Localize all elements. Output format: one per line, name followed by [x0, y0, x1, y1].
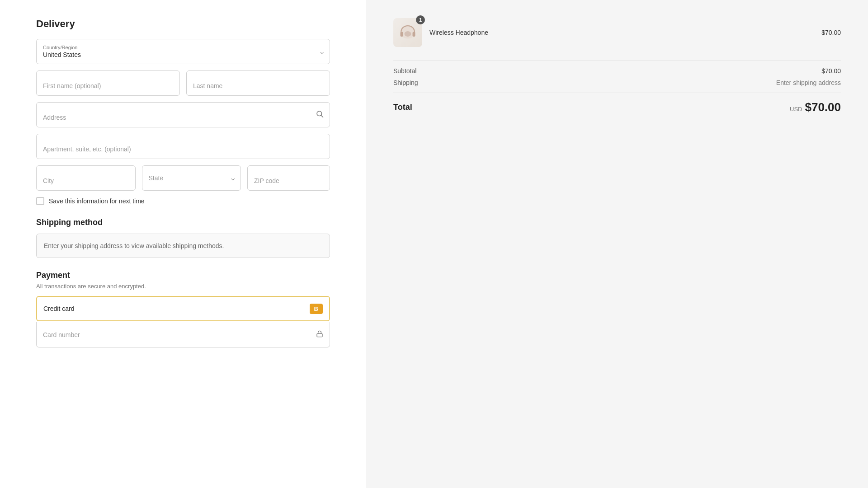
search-icon — [316, 110, 324, 120]
product-row: 1 Wireless Headphone $70.00 — [393, 18, 841, 47]
city-field — [36, 165, 136, 191]
lock-icon — [316, 330, 323, 340]
svg-line-1 — [321, 115, 323, 117]
first-name-input[interactable] — [36, 70, 180, 96]
payment-title: Payment — [36, 271, 330, 280]
zip-field — [247, 165, 330, 191]
last-name-input[interactable] — [186, 70, 330, 96]
shipping-method-title: Shipping method — [36, 218, 330, 227]
shipping-row: Shipping Enter shipping address — [393, 79, 841, 86]
save-info-row: Save this information for next time — [36, 197, 330, 205]
right-panel: 1 Wireless Headphone $70.00 Subtotal $70… — [366, 0, 868, 488]
state-chevron-icon: ⌵ — [231, 174, 235, 182]
subtotal-label: Subtotal — [393, 67, 416, 75]
left-panel: Delivery Country/Region United States ⌵ — [0, 0, 366, 488]
card-number-row: Card number — [36, 322, 330, 347]
subtotal-value: $70.00 — [821, 67, 841, 75]
apartment-input[interactable] — [36, 134, 330, 159]
product-badge: 1 — [416, 15, 425, 24]
product-image-wrapper: 1 — [393, 18, 422, 47]
shipping-notice: Enter your shipping address to view avai… — [36, 234, 330, 258]
state-select[interactable]: State — [142, 165, 241, 191]
city-state-row: State ⌵ — [36, 165, 330, 191]
divider-2 — [393, 93, 841, 93]
total-label: Total — [393, 103, 412, 112]
payment-subtitle: All transactions are secure and encrypte… — [36, 283, 330, 290]
save-info-checkbox[interactable] — [36, 197, 44, 205]
state-placeholder: State — [149, 174, 164, 182]
credit-card-option[interactable]: Credit card B — [36, 296, 330, 321]
address-input[interactable] — [36, 102, 330, 127]
save-info-label: Save this information for next time — [49, 197, 145, 205]
country-label: Country/Region — [43, 45, 311, 50]
zip-input[interactable] — [247, 165, 330, 191]
first-name-wrapper — [36, 70, 180, 96]
state-field[interactable]: State ⌵ — [142, 165, 241, 191]
svg-rect-4 — [401, 32, 403, 37]
country-select-wrapper[interactable]: Country/Region United States ⌵ — [36, 39, 330, 64]
chevron-down-icon: ⌵ — [320, 48, 324, 55]
card-number-placeholder: Card number — [43, 331, 80, 338]
braintree-badge: B — [310, 304, 323, 314]
delivery-title: Delivery — [36, 18, 330, 30]
total-amount: $70.00 — [805, 100, 841, 114]
last-name-wrapper — [186, 70, 330, 96]
country-value: United States — [43, 51, 311, 58]
product-name: Wireless Headphone — [429, 29, 814, 36]
address-wrapper — [36, 102, 330, 127]
total-value-wrapper: USD $70.00 — [790, 100, 841, 114]
apartment-wrapper — [36, 134, 330, 159]
shipping-value: Enter shipping address — [776, 79, 841, 86]
country-select[interactable]: Country/Region United States — [36, 39, 330, 64]
credit-card-label: Credit card — [43, 305, 74, 312]
product-price: $70.00 — [821, 29, 841, 36]
total-row: Total USD $70.00 — [393, 100, 841, 114]
subtotal-row: Subtotal $70.00 — [393, 67, 841, 75]
city-input[interactable] — [36, 165, 136, 191]
total-currency: USD — [790, 106, 802, 113]
svg-rect-2 — [317, 333, 322, 337]
svg-rect-5 — [413, 32, 415, 37]
shipping-label: Shipping — [393, 79, 418, 86]
svg-point-6 — [405, 31, 411, 37]
divider-1 — [393, 61, 841, 61]
name-row — [36, 70, 330, 96]
